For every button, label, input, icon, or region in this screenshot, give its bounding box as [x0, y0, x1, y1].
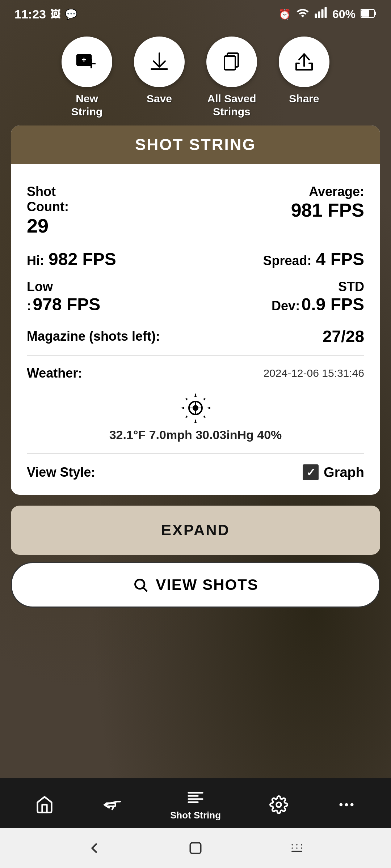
android-recents-button[interactable]: [286, 837, 308, 859]
android-home-button[interactable]: [185, 837, 206, 859]
rifle-icon: [103, 795, 122, 814]
stats-row-shot-count: ShotCount: 29 Average: 981 FPS: [27, 177, 364, 244]
action-bar: + NewString Save All SavedStrings: [0, 26, 391, 125]
svg-point-42: [339, 803, 342, 806]
view-shots-button[interactable]: VIEW SHOTS: [11, 562, 380, 608]
spread-label: Spread:: [263, 253, 312, 268]
android-nav-bar: [0, 828, 391, 868]
graph-checkbox-option[interactable]: Graph: [303, 464, 364, 480]
new-string-circle: +: [62, 37, 112, 87]
svg-rect-5: [374, 12, 376, 15]
wifi-icon: [296, 7, 309, 22]
battery-icon: [361, 8, 377, 21]
card-body: ShotCount: 29 Average: 981 FPS Hi: 982 F…: [11, 164, 380, 495]
search-icon: [133, 577, 148, 593]
svg-line-31: [143, 588, 147, 591]
low-block: Low: 978 FPS: [27, 279, 100, 314]
battery-percent: 60%: [332, 8, 356, 21]
shot-count-value: 29: [27, 214, 69, 237]
svg-rect-3: [324, 7, 327, 18]
svg-rect-6: [361, 10, 369, 17]
expand-button[interactable]: EXPAND: [11, 506, 380, 555]
stats-row-hi: Hi: 982 FPS Spread: 4 FPS: [27, 244, 364, 274]
weather-timestamp: 2024-12-06 15:31:46: [263, 367, 364, 379]
nav-rifle[interactable]: [103, 795, 122, 814]
view-style-row[interactable]: View Style: Graph: [27, 457, 364, 484]
new-string-button[interactable]: + NewString: [62, 37, 112, 118]
svg-marker-20: [181, 407, 184, 409]
svg-marker-23: [203, 398, 206, 400]
hi-value: 982 FPS: [49, 249, 116, 269]
svg-marker-21: [207, 407, 210, 409]
svg-point-44: [350, 803, 354, 806]
hi-block: Hi: 982 FPS: [27, 249, 116, 269]
share-circle: [279, 37, 329, 87]
android-home-icon: [188, 840, 203, 856]
svg-rect-0: [315, 14, 317, 18]
magazine-value: 27/28: [323, 327, 364, 346]
graph-checkbox[interactable]: [303, 464, 319, 480]
svg-marker-25: [203, 416, 206, 418]
status-left: 11:23 🖼 💬: [14, 7, 77, 21]
back-icon: [86, 840, 102, 856]
svg-rect-1: [318, 12, 320, 18]
card-title: SHOT STRING: [135, 136, 256, 153]
share-button[interactable]: Share: [279, 37, 329, 105]
nav-shot-string-label: Shot String: [170, 810, 221, 821]
weather-icon-row: [27, 384, 364, 428]
recents-icon: [289, 840, 305, 856]
save-label: Save: [147, 92, 172, 105]
average-block: Average: 981 FPS: [291, 184, 364, 221]
magazine-row: Magazine (shots left): 27/28: [27, 319, 364, 351]
hi-label: Hi:: [27, 253, 44, 268]
svg-point-30: [135, 579, 144, 589]
shot-string-icon: [186, 788, 205, 807]
all-saved-label: All SavedStrings: [207, 92, 256, 118]
whatsapp-icon: 💬: [65, 8, 77, 20]
std-dev-block: STDDev: 0.9 FPS: [272, 279, 364, 314]
save-button[interactable]: Save: [134, 37, 185, 105]
shot-count-label: ShotCount:: [27, 184, 69, 214]
status-right: ⏰ 60%: [278, 7, 377, 22]
view-style-label: View Style:: [27, 465, 95, 480]
svg-rect-2: [321, 9, 323, 18]
svg-point-41: [277, 802, 281, 807]
settings-icon: [269, 795, 288, 814]
nav-shot-string[interactable]: Shot String: [170, 788, 221, 821]
nav-home[interactable]: [35, 795, 54, 814]
new-string-label: NewString: [71, 92, 103, 118]
svg-text:+: +: [82, 55, 87, 64]
signal-icon: [314, 7, 327, 22]
spread-value: 4 FPS: [316, 249, 364, 269]
svg-rect-45: [190, 843, 201, 853]
shot-count-block: ShotCount: 29: [27, 184, 69, 237]
home-icon: [35, 795, 54, 814]
weather-label: Weather:: [27, 366, 82, 381]
card-header: SHOT STRING: [11, 125, 380, 164]
std-dev-value: 0.9 FPS: [302, 295, 364, 314]
android-back-button[interactable]: [83, 837, 105, 859]
nav-more[interactable]: [337, 795, 356, 814]
weather-data: 32.1°F 7.0mph 30.03inHg 40%: [27, 428, 364, 449]
svg-rect-16: [224, 56, 235, 70]
sun-icon: [179, 392, 212, 424]
all-saved-circle: [206, 37, 257, 87]
bottom-nav: Shot String: [0, 778, 391, 828]
spread-block: Spread: 4 FPS: [263, 249, 364, 269]
magazine-label: Magazine (shots left):: [27, 329, 160, 344]
shot-string-card: SHOT STRING ShotCount: 29 Average: 981 F…: [11, 125, 380, 495]
divider-1: [27, 355, 364, 356]
svg-marker-19: [194, 419, 197, 423]
save-circle: [134, 37, 185, 87]
svg-marker-18: [194, 393, 197, 397]
low-value: 978 FPS: [33, 295, 100, 314]
share-label: Share: [289, 92, 319, 105]
svg-marker-24: [185, 416, 188, 418]
divider-2: [27, 453, 364, 454]
all-saved-button[interactable]: All SavedStrings: [206, 37, 257, 118]
status-bar: 11:23 🖼 💬 ⏰ 60%: [0, 0, 391, 26]
alarm-icon: ⏰: [278, 8, 291, 20]
weather-row: Weather: 2024-12-06 15:31:46: [27, 359, 364, 384]
nav-settings[interactable]: [269, 795, 288, 814]
stats-row-low: Low: 978 FPS STDDev: 0.9 FPS: [27, 274, 364, 319]
